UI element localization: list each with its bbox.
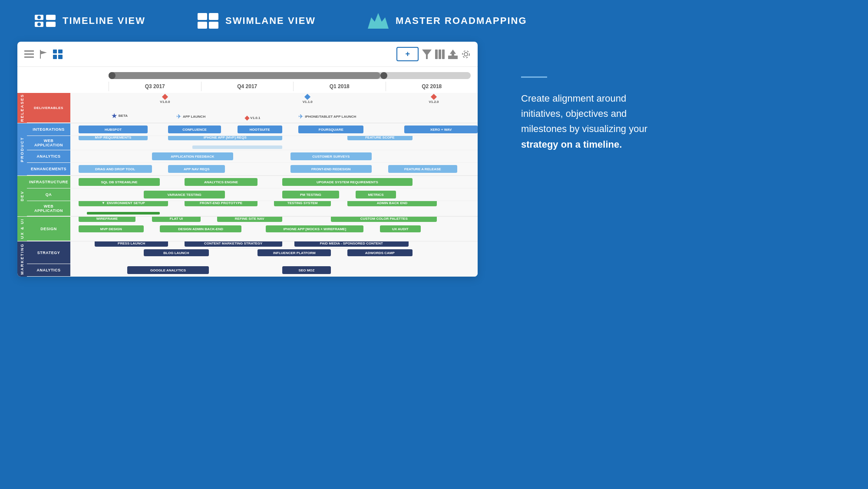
svg-marker-25 (450, 50, 456, 56)
strategy-row: STRATEGY PRESS LAUNCH CONTENT MARKETING … (27, 241, 478, 264)
bar-color-palettes: CUSTOM COLOR PALETTES (331, 217, 437, 222)
svg-rect-6 (198, 13, 207, 20)
bar-paid-media: PAID MEDIA - SPONSORED CONTENT (294, 241, 409, 247)
marketing-label-outer: MARKETING (17, 241, 27, 277)
marketing-section: MARKETING STRATEGY PRESS LAUNCH CONTENT … (17, 241, 478, 277)
timeline-inner: Q3 2017 Q4 2017 Q1 2018 Q2 2018 RELEASES… (17, 67, 478, 277)
svg-point-27 (462, 51, 469, 58)
bar-frontend-proto: FRONT-END PROTOTYPE (185, 201, 258, 206)
analytics-label: ANALYTICS (27, 150, 70, 162)
bar-testing-sys: TESTING SYSTEM (274, 201, 331, 206)
svg-rect-19 (58, 55, 63, 59)
qa-content: VARIANCE TESTING PM TESTING METRICS (70, 188, 478, 201)
swimlane-view-nav[interactable]: SWIMLANE VIEW (198, 13, 316, 29)
bar-customer-surveys: CUSTOMER SURVEYS (290, 152, 372, 160)
export-icon[interactable] (448, 50, 458, 59)
list-icon[interactable] (24, 50, 34, 58)
svg-marker-20 (422, 50, 432, 59)
bar-seo-moz: SEO MOZ (282, 266, 331, 274)
svg-rect-8 (198, 22, 207, 29)
bar-blog-launch: BLOG LAUNCH (144, 249, 209, 256)
svg-rect-2 (46, 15, 56, 20)
bar-analytics-engine: ANALYTICS ENGINE (185, 178, 258, 186)
bar-app-nav: APP NAV REQS (168, 165, 225, 173)
bar-sql: SQL DB STREAMLINE (79, 178, 160, 186)
bar-refine-nav: REFINE SITE NAV (217, 217, 282, 222)
swimlane-icon (198, 13, 218, 29)
top-nav: TIMELINE VIEW SWIMLANE VIEW MASTER ROADM… (0, 0, 868, 42)
marketing-analytics-row: ANALYTICS GOOGLE ANALYTICS SEO MOZ (27, 264, 478, 277)
dev-web-app-row: WEB APPLICATION ▼ENVIRONMENT SETUP FRONT… (27, 201, 478, 216)
quarter-row: Q3 2017 Q4 2017 Q1 2018 Q2 2018 (17, 82, 478, 91)
enhancements-label: ENHANCEMENTS (27, 163, 70, 175)
infrastructure-label: INFRASTRUCTURE (27, 176, 70, 188)
toolbar: + (17, 42, 478, 67)
marketing-section-label: MARKETING (20, 243, 24, 275)
bar-admin-back: ADMIN BACK END (347, 201, 437, 206)
toolbar-left (24, 50, 63, 59)
bar-hubspot: HUBSPOT (79, 126, 148, 133)
bar-influencer: INFLUENCER PLATFORM (257, 249, 331, 256)
timeline-view-nav[interactable]: TIMELINE VIEW (35, 13, 145, 29)
quarter-q1-2018: Q1 2018 (293, 82, 386, 91)
bar-hootsuite: HOOTSUITE (238, 126, 282, 133)
web-application-label: WEB APPLICATION (27, 136, 70, 150)
infrastructure-content: SQL DB STREAMLINE ANALYTICS ENGINE UPGRA… (70, 176, 478, 188)
dev-web-app-label: WEB APPLICATION (27, 201, 70, 216)
bar-iphone-mocks: IPHONE APP [MOCKS + WIREFRAME] (266, 225, 363, 232)
integrations-label: INTEGRATIONS (27, 123, 70, 135)
svg-rect-22 (439, 50, 441, 59)
svg-rect-18 (53, 55, 57, 59)
enhancements-content: DRAG AND DROP TOOL APP NAV REQS FRONT-EN… (70, 163, 478, 175)
bar-feature-scope: FEATURE SCOPE (347, 136, 413, 140)
bar-mvp-design: MVP DESIGN (79, 225, 144, 232)
master-roadmapping-nav[interactable]: MASTER ROADMAPPING (368, 13, 527, 29)
svg-rect-13 (24, 56, 34, 58)
flag-icon[interactable] (39, 50, 48, 59)
product-section-label: PRODUCT (20, 137, 24, 162)
svg-rect-3 (46, 22, 56, 27)
svg-rect-14 (40, 50, 41, 59)
bar-mvp-req: MVP REQUIREMENTS (79, 136, 148, 140)
bar-confluence: CONFLUENCE (168, 126, 221, 133)
add-button[interactable]: + (396, 47, 419, 61)
slider-thumb-right[interactable] (380, 72, 387, 79)
bar-metrics: METRICS (356, 191, 396, 198)
bar-wireframe: WIREFRAME (79, 217, 135, 222)
timeline-icon (35, 13, 56, 29)
milestone-v120: V1.2.0 (429, 95, 439, 104)
svg-rect-12 (24, 53, 34, 55)
uxui-section: UX & UI DESIGN WIREFRAME FLAT UI REFINE … (17, 217, 478, 241)
bar-google-analytics: GOOGLE ANALYTICS (127, 266, 209, 274)
milestone-v110: V1.1.0 (303, 95, 313, 104)
web-application-row: WEB APPLICATION MVP REQUIREMENTS IPHONE … (27, 136, 478, 150)
enhancements-row: ENHANCEMENTS DRAG AND DROP TOOL APP NAV … (27, 163, 478, 175)
design-content: WIREFRAME FLAT UI REFINE SITE NAV CUSTOM… (70, 217, 478, 241)
uxui-section-label: UX & UI (20, 218, 24, 239)
columns-icon[interactable] (435, 50, 445, 59)
design-row: DESIGN WIREFRAME FLAT UI REFINE SITE NAV… (27, 217, 478, 241)
svg-marker-15 (41, 51, 47, 54)
product-label-outer: PRODUCT (17, 123, 27, 175)
slider-track[interactable] (109, 72, 471, 79)
slider-thumb-left[interactable] (109, 72, 116, 79)
settings-icon[interactable] (461, 50, 471, 59)
releases-row: DELIVERABLES V1.0.0 V1.1.0 (27, 93, 478, 123)
main-content: + (0, 42, 868, 277)
timeline-view-label: TIMELINE VIEW (63, 15, 145, 26)
bar-feature-a: FEATURE A RELEASE (388, 165, 457, 173)
grid-icon[interactable] (53, 50, 63, 59)
web-application-content: MVP REQUIREMENTS IPHONE APP [MVP] REQS F… (70, 136, 478, 150)
releases-label-outer: RELEASES (17, 93, 27, 123)
filter-icon[interactable] (422, 50, 432, 59)
integrations-row: INTEGRATIONS HUBSPOT CONFLUENCE HOOTSUIT… (27, 123, 478, 136)
design-label: DESIGN (27, 217, 70, 241)
quarter-q4-2017: Q4 2017 (201, 82, 294, 91)
releases-section: RELEASES DELIVERABLES V1.0.0 (17, 93, 478, 123)
bar-drag-drop: DRAG AND DROP TOOL (79, 165, 152, 173)
analytics-content: APPLICATION FEEDBACK CUSTOMER SURVEYS (70, 150, 478, 162)
dev-section: DEV INFRASTRUCTURE SQL DB STREAMLINE ANA… (17, 176, 478, 216)
uxui-label-outer: UX & UI (17, 217, 27, 241)
svg-point-4 (37, 16, 41, 19)
releases-section-label: RELEASES (20, 94, 24, 122)
